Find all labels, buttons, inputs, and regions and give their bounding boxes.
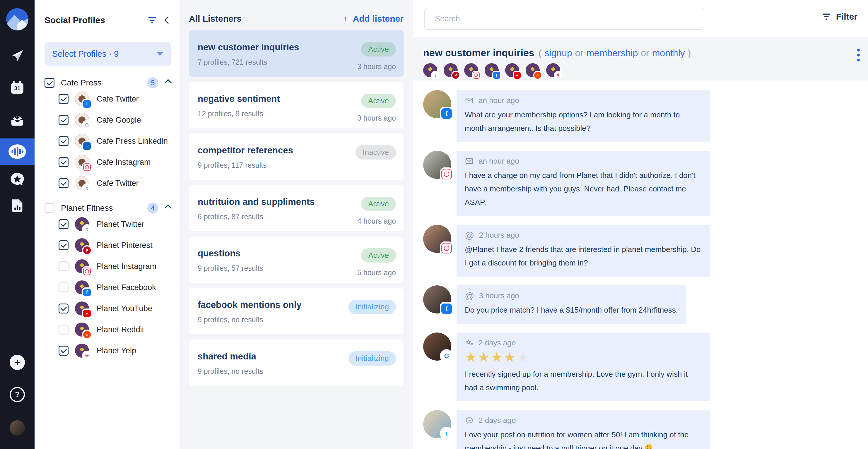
- profile-avatar[interactable]: [526, 63, 540, 77]
- listener-card[interactable]: facebook mentions only 9 profiles, no re…: [189, 288, 404, 334]
- listener-card[interactable]: questions 9 profiles, 57 results Active …: [189, 236, 404, 283]
- avatar: [423, 90, 451, 118]
- nav-account-avatar[interactable]: [0, 420, 35, 436]
- status-badge: Active: [361, 42, 396, 57]
- profile-checkbox[interactable]: [59, 219, 68, 229]
- profile-checkbox[interactable]: [59, 240, 68, 250]
- message-bubble[interactable]: @ 2 hours ago @Planet I have 2 friends t…: [457, 225, 710, 277]
- nav-item-publish[interactable]: [0, 47, 35, 64]
- profile-checkbox[interactable]: [59, 136, 68, 146]
- listener-card[interactable]: nutrituion and suppliments 6 profiles, 8…: [189, 185, 404, 231]
- message-text: What are your membership options? I am l…: [465, 108, 702, 135]
- nav-item-listening-active[interactable]: [0, 138, 35, 165]
- page-title: new customer inquiries: [423, 47, 534, 59]
- group-checkbox[interactable]: [44, 203, 55, 213]
- profile-row[interactable]: Planet Pinterest: [59, 235, 171, 256]
- filter-icon[interactable]: [147, 15, 157, 25]
- profile-checkbox[interactable]: [59, 261, 68, 271]
- keyword-link[interactable]: signup: [545, 48, 572, 59]
- status-badge: Active: [361, 197, 396, 211]
- listener-time: 4 hours ago: [357, 217, 396, 225]
- nav-item-reports[interactable]: [0, 198, 35, 214]
- nav-item-reviews[interactable]: [0, 171, 35, 188]
- chevron-left-icon[interactable]: [164, 17, 172, 24]
- message-bubble[interactable]: an hour ago I have a charge on my card f…: [457, 151, 710, 216]
- profile-row[interactable]: Cafe Twitter: [59, 88, 171, 109]
- profile-row[interactable]: Planet Instagram: [59, 256, 171, 277]
- listener-card[interactable]: new customer inquiries 7 profiles, 721 r…: [189, 30, 404, 77]
- facebook-badge-icon: [441, 303, 452, 314]
- profile-avatar: [75, 155, 89, 169]
- message-bubble[interactable]: 2 days ago Love your post on nutrition f…: [457, 410, 710, 449]
- listener-card[interactable]: negative sentiment 12 profiles, 9 result…: [189, 82, 404, 128]
- facebook-badge-icon: [83, 289, 91, 296]
- profile-checkbox[interactable]: [59, 94, 68, 104]
- profile-group-cafe-press[interactable]: Cafe Press 5: [44, 77, 171, 88]
- social-profiles-sidebar: Social Profiles Select Profiles · 9 Cafe…: [35, 0, 179, 449]
- nav-help-button[interactable]: ?: [0, 388, 35, 402]
- yelp-badge-icon: [555, 72, 562, 79]
- send-icon: [10, 48, 25, 63]
- profile-avatar: [75, 238, 89, 252]
- keyword-link[interactable]: membership: [586, 48, 638, 59]
- profile-checkbox[interactable]: [59, 115, 68, 125]
- message-bubble[interactable]: @ 3 hours ago Do you price match? I have…: [457, 285, 686, 324]
- select-profiles-dropdown[interactable]: Select Profiles · 9: [44, 42, 171, 66]
- profile-row[interactable]: Planet Yelp: [59, 340, 171, 361]
- keyword-link[interactable]: monthly: [652, 48, 685, 59]
- profile-row[interactable]: Cafe Twitter: [59, 173, 171, 194]
- nav-item-calendar[interactable]: 31: [0, 78, 35, 96]
- instagram-badge-icon: [441, 169, 452, 180]
- profile-checkbox[interactable]: [59, 283, 68, 292]
- listener-meta: 9 profiles, 117 results: [198, 161, 293, 169]
- profile-row[interactable]: Cafe Press LinkedIn: [59, 131, 171, 152]
- profile-checkbox[interactable]: [59, 157, 68, 167]
- message-row: an hour ago I have a charge on my card f…: [423, 151, 868, 216]
- profile-avatar[interactable]: [444, 63, 458, 77]
- listeners-title: All Listeners: [189, 14, 242, 24]
- group-label: Planet Fitness: [61, 203, 147, 213]
- search-input[interactable]: [424, 8, 704, 30]
- app-logo[interactable]: [0, 8, 35, 31]
- profile-row[interactable]: Planet Facebook: [59, 277, 171, 298]
- profile-row[interactable]: Planet Twitter: [59, 214, 171, 235]
- profile-checkbox[interactable]: [59, 346, 68, 356]
- filter-button[interactable]: Filter: [822, 12, 858, 22]
- group-checkbox[interactable]: [44, 78, 55, 88]
- at-mention-icon: @: [465, 291, 474, 300]
- listener-card[interactable]: competitor references 9 profiles, 117 re…: [189, 133, 404, 180]
- chevron-up-icon[interactable]: [164, 79, 172, 86]
- reddit-badge-icon: [83, 331, 91, 339]
- profile-group-planet-fitness[interactable]: Planet Fitness 4: [44, 202, 171, 214]
- profile-label: Cafe Google: [97, 116, 141, 125]
- profile-checkbox[interactable]: [59, 178, 68, 188]
- profile-avatar[interactable]: [485, 63, 499, 77]
- profile-avatar: [75, 301, 89, 316]
- profile-checkbox[interactable]: [59, 303, 68, 314]
- sidebar-title: Social Profiles: [44, 15, 147, 25]
- add-listener-button[interactable]: + Add listener: [343, 13, 404, 25]
- listener-card[interactable]: shared media 9 profiles, no results Init…: [189, 340, 404, 386]
- nav-add-button[interactable]: +: [0, 355, 35, 370]
- message-bubble[interactable]: an hour ago What are your membership opt…: [457, 90, 710, 142]
- profile-checkbox[interactable]: [59, 325, 68, 334]
- twitter-badge-icon: [83, 225, 91, 233]
- profile-row[interactable]: Planet YouTube: [59, 298, 171, 319]
- or-text: or: [575, 48, 583, 59]
- profile-row[interactable]: Cafe Instagram: [59, 152, 171, 173]
- kebab-menu-icon[interactable]: [857, 49, 860, 61]
- profile-row[interactable]: Cafe Google: [59, 109, 171, 131]
- profile-avatar: [75, 259, 89, 274]
- profile-row[interactable]: Planet Reddit: [59, 319, 171, 340]
- profile-avatar[interactable]: [464, 63, 478, 77]
- plus-icon: +: [10, 355, 25, 370]
- profile-avatar[interactable]: [505, 63, 519, 77]
- listener-time: 3 hours ago: [357, 62, 396, 71]
- message-bubble[interactable]: 2 days ago ★★★★★ I recently signed up fo…: [457, 332, 710, 401]
- or-text: or: [641, 48, 649, 59]
- chevron-up-icon[interactable]: [164, 204, 172, 212]
- nav-item-inbox[interactable]: [0, 110, 35, 128]
- profile-avatar[interactable]: [546, 63, 560, 77]
- results-panel: Filter new customer inquiries ( signup o…: [413, 0, 868, 449]
- profile-avatar[interactable]: [423, 63, 437, 77]
